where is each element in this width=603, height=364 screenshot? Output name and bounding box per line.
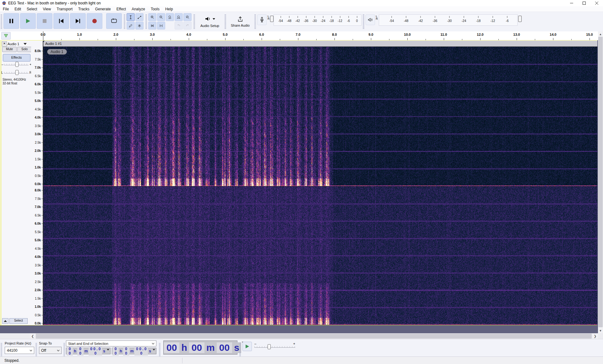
horizontal-scroll-thumb[interactable] — [36, 334, 592, 339]
spectrogram-left-channel[interactable] — [43, 47, 597, 186]
frequency-ruler[interactable]: 8.0k7.5k7.0k6.5k6.0k5.5k5.0k4.5k4.0k3.5k… — [31, 41, 43, 325]
gain-slider-thumb[interactable] — [15, 62, 19, 67]
record-meter-scale[interactable]: -54-48-42-36-30-24-18-12-60 — [274, 14, 361, 26]
silence-audio-button[interactable] — [157, 22, 165, 29]
menu-item-view[interactable]: View — [40, 7, 54, 12]
scroll-up-arrow[interactable]: ▲ — [598, 31, 603, 37]
snap-to-combobox[interactable]: Off — [39, 347, 62, 354]
toolbar-grip[interactable] — [145, 14, 147, 29]
loop-region-button[interactable] — [1, 32, 11, 40]
track-close-button[interactable]: ✕ — [2, 41, 7, 46]
timeline-tick — [334, 38, 335, 40]
maximize-button[interactable] — [578, 0, 590, 6]
stop-button[interactable] — [37, 13, 52, 29]
play-button[interactable] — [20, 13, 36, 29]
clip-header[interactable]: Audio 1 #1 — [43, 41, 597, 47]
pause-button[interactable] — [3, 13, 19, 29]
chevron-down-icon[interactable] — [153, 349, 155, 351]
zoom-out-button[interactable] — [157, 13, 165, 21]
toolbar-grip[interactable] — [1, 14, 2, 29]
play-meter-scale[interactable]: -54-48-42-36-30-24-18-12-6 — [379, 14, 518, 26]
menu-item-transport[interactable]: Transport — [54, 7, 75, 12]
undo-button[interactable] — [175, 22, 183, 29]
track-area[interactable]: ✕ Audio 1 Mute Solo Effects – + L — [0, 40, 598, 333]
pan-slider[interactable] — [4, 72, 29, 73]
zoom-toggle-button[interactable] — [183, 13, 192, 21]
speed-slider-thumb[interactable] — [268, 344, 271, 349]
audio-clip[interactable]: Audio 1 #1 Audio 1 — [43, 41, 597, 325]
toolbar-grip[interactable] — [1, 343, 2, 357]
track-menu-chevron-icon[interactable] — [24, 43, 27, 45]
recording-meter-toolbar[interactable]: L R -54-48-42-36-30-24-18-12-60 — [257, 14, 361, 26]
pan-slider-thumb[interactable] — [15, 70, 19, 75]
trim-audio-button[interactable] — [148, 22, 156, 29]
toolbar-grip[interactable] — [63, 343, 65, 357]
menu-item-effect[interactable]: Effect — [114, 7, 129, 12]
toolbar-grip[interactable] — [159, 343, 160, 357]
selection-start-field[interactable]: 0 0h0 0m0 0 . 0 0s — [66, 348, 111, 354]
fit-project-button[interactable] — [175, 13, 183, 21]
track-name[interactable]: Audio 1 — [8, 42, 19, 46]
track-name-badge[interactable]: Audio 1 — [47, 49, 67, 55]
mute-button[interactable]: Mute — [2, 47, 17, 52]
skip-to-start-button[interactable] — [53, 13, 69, 29]
audio-setup-button[interactable]: Audio Setup — [196, 13, 223, 30]
solo-button[interactable]: Solo — [17, 47, 32, 52]
gain-slider[interactable] — [4, 64, 29, 65]
scroll-down-arrow[interactable]: ▼ — [598, 328, 603, 333]
vertical-scroll-thumb[interactable] — [598, 37, 603, 327]
vertical-scrollbar[interactable]: ▲ ▼ — [598, 31, 603, 333]
menu-item-analyze[interactable]: Analyze — [129, 7, 148, 12]
toolbar-grip[interactable] — [193, 14, 195, 29]
horizontal-scrollbar[interactable]: ❮ ❯ — [0, 333, 603, 339]
toolbar-grip[interactable] — [239, 343, 241, 357]
scroll-left-arrow[interactable]: ❮ — [30, 333, 35, 339]
toolbar-grip[interactable] — [225, 14, 226, 29]
track-collapse-button[interactable] — [2, 318, 8, 324]
meter-scale-value: -12 — [338, 19, 342, 23]
multi-tool-button[interactable] — [135, 22, 144, 29]
timeline-ruler[interactable]: 0.01.02.03.04.05.06.07.08.09.010.011.012… — [0, 31, 598, 40]
menu-item-generate[interactable]: Generate — [92, 7, 114, 12]
playback-meter-toolbar[interactable]: L R -54-48-42-36-30-24-18-12-6 — [366, 14, 522, 26]
close-button[interactable] — [590, 0, 603, 6]
play-at-speed-button[interactable] — [242, 342, 252, 351]
speaker-meter-icon[interactable] — [366, 14, 375, 25]
timeline-label-1.0: 1.0 — [77, 33, 82, 36]
selection-end-field[interactable]: 0 0h0 0m0 0 . 0 0s — [112, 348, 156, 354]
chevron-down-icon[interactable] — [107, 349, 109, 351]
menu-item-file[interactable]: File — [0, 7, 12, 12]
menu-item-tools[interactable]: Tools — [148, 7, 162, 12]
toolbar-grip[interactable] — [35, 343, 37, 357]
menu-item-select[interactable]: Select — [24, 7, 40, 12]
toolbar-grip[interactable] — [254, 14, 256, 29]
toolbar-grip[interactable] — [363, 14, 364, 29]
project-rate-combobox[interactable]: 44100 — [5, 347, 34, 354]
chevron-down-icon — [152, 343, 155, 345]
share-audio-button[interactable]: Share Audio — [227, 13, 253, 30]
microphone-icon[interactable] — [257, 14, 267, 25]
effects-button[interactable]: Effects — [3, 54, 30, 62]
loop-button[interactable] — [106, 13, 122, 29]
selection-tool-button[interactable] — [127, 13, 135, 21]
selection-mode-dropdown[interactable]: Start and End of Selection — [66, 340, 156, 346]
minimize-button[interactable] — [565, 0, 578, 6]
playback-speed-slider[interactable]: –+ — [254, 342, 295, 348]
zoom-in-button[interactable] — [148, 13, 156, 21]
draw-tool-button[interactable] — [127, 22, 135, 29]
redo-button[interactable] — [183, 22, 192, 29]
menu-item-help[interactable]: Help — [162, 7, 176, 12]
menu-item-tracks[interactable]: Tracks — [75, 7, 92, 12]
output-level-slider-handle[interactable] — [518, 16, 522, 22]
spectrogram-right-channel[interactable] — [43, 186, 597, 325]
fit-selection-button[interactable] — [166, 13, 174, 21]
track-select-button[interactable]: Select — [9, 318, 28, 324]
scroll-right-arrow[interactable]: ❯ — [592, 333, 598, 339]
menu-item-edit[interactable]: Edit — [12, 7, 24, 12]
envelope-tool-button[interactable] — [135, 13, 144, 21]
input-level-slider-handle[interactable] — [270, 16, 274, 22]
audio-position-display[interactable]: 00h00m00s — [163, 340, 237, 355]
record-button[interactable] — [87, 13, 102, 29]
toolbar-grip[interactable] — [124, 14, 125, 29]
skip-to-end-button[interactable] — [70, 13, 86, 29]
